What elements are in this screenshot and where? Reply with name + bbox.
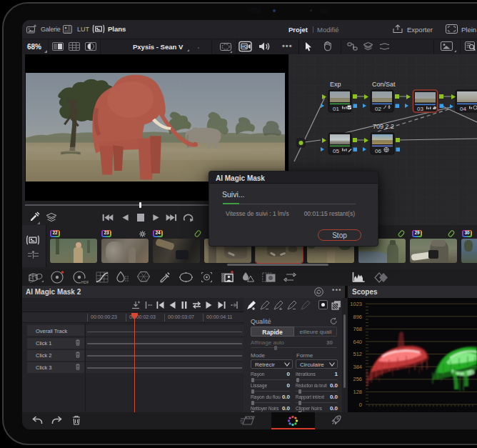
svg-text:01: 01	[333, 106, 339, 112]
svg-text:04: 04	[460, 106, 466, 112]
svg-text:HDR: HDR	[81, 280, 89, 284]
svg-text:256: 256	[353, 376, 362, 382]
svg-text:1023: 1023	[350, 301, 362, 307]
svg-text:05: 05	[333, 148, 339, 154]
svg-text:Exp: Exp	[330, 81, 341, 88]
svg-text:512: 512	[353, 351, 362, 357]
svg-text:384: 384	[353, 364, 362, 370]
svg-text:03: 03	[417, 106, 423, 112]
svg-text:128: 128	[353, 389, 362, 395]
svg-text:709 2.2: 709 2.2	[373, 123, 394, 130]
svg-text:768: 768	[353, 326, 362, 332]
svg-text:896: 896	[353, 314, 362, 320]
svg-text:HQ: HQ	[241, 44, 247, 49]
svg-text:Con/Sat: Con/Sat	[372, 81, 396, 88]
svg-text:640: 640	[353, 339, 362, 345]
svg-text:02: 02	[375, 106, 381, 112]
svg-text:0: 0	[359, 402, 362, 408]
svg-text:06: 06	[375, 148, 381, 154]
